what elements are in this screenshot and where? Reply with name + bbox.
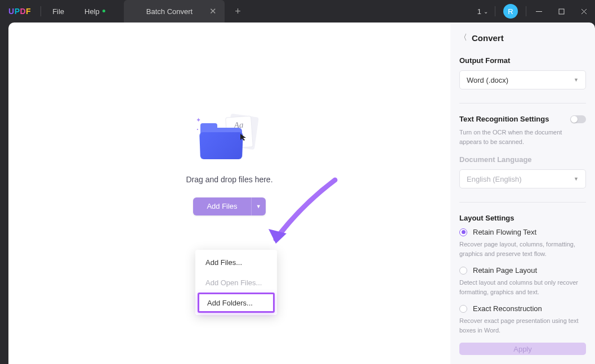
radio-page-label: Retain Page Layout — [473, 266, 537, 275]
radio-icon — [459, 267, 467, 275]
layout-settings-label: Layout Settings — [459, 214, 586, 222]
divider — [495, 6, 495, 16]
document-language-select: English (English) ▼ — [459, 169, 586, 188]
close-tab-icon[interactable]: ✕ — [209, 6, 217, 16]
divider — [459, 202, 586, 203]
output-format-label: Output Format — [459, 56, 586, 65]
document-language-value: English (English) — [467, 175, 522, 183]
side-panel-title: Convert — [472, 33, 504, 43]
menu-help-label: Help — [84, 7, 100, 16]
dropdown-add-files[interactable]: Add Files... — [198, 252, 275, 272]
add-files-split-button: Add Files ▼ — [193, 197, 265, 215]
window-maximize-button[interactable] — [550, 0, 572, 23]
chevron-down-icon: ▼ — [574, 176, 579, 182]
add-files-dropdown-toggle[interactable]: ▼ — [251, 197, 266, 215]
radio-exact-label: Exact Reconstruction — [473, 304, 542, 313]
output-format-value: Word (.docx) — [467, 76, 508, 84]
radio-exact-desc: Recover exact page presentation using te… — [459, 316, 586, 335]
ocr-hint: Turn on the OCR when the document appear… — [459, 128, 586, 146]
output-format-select[interactable]: Word (.docx) ▼ — [459, 70, 586, 89]
new-tab-button[interactable]: + — [225, 6, 251, 17]
convert-side-panel: 〈 Convert Output Format Word (.docx) ▼ T… — [450, 23, 595, 364]
folder-illustration: ✦ • Aa — [196, 115, 263, 166]
radio-exact[interactable]: Exact Reconstruction — [459, 304, 586, 313]
main-drop-area[interactable]: ✦ • Aa Drag and drop files here. Add Fil… — [8, 23, 450, 364]
radio-retain-flowing[interactable]: Retain Flowing Text — [459, 228, 586, 236]
back-chevron-icon[interactable]: 〈 — [459, 33, 467, 43]
radio-icon — [459, 228, 467, 236]
text-recognition-label: Text Recognition Settings — [459, 115, 549, 123]
window-minimize-button[interactable] — [527, 0, 550, 23]
maximize-icon — [558, 8, 565, 15]
radio-flowing-label: Retain Flowing Text — [473, 228, 536, 236]
dropdown-add-open-files: Add Open Files... — [198, 272, 275, 293]
dropzone-hint: Drag and drop files here. — [186, 175, 272, 184]
svg-rect-1 — [559, 9, 564, 14]
radio-flowing-desc: Recover page layout, columns, formatting… — [459, 240, 586, 258]
window-close-button[interactable] — [572, 0, 595, 23]
radio-icon — [459, 305, 467, 313]
svg-marker-4 — [269, 229, 287, 244]
document-language-label: Document Language — [459, 155, 586, 164]
toggle-knob — [571, 116, 578, 123]
apply-button[interactable]: Apply — [459, 343, 586, 355]
radio-page-desc: Detect layout and columns but only recov… — [459, 278, 586, 296]
chevron-down-icon: ⌄ — [484, 8, 488, 15]
minimize-icon — [536, 8, 542, 15]
tab-batch-convert[interactable]: Batch Convert ✕ — [124, 0, 225, 23]
page-num-value: 1 — [477, 7, 481, 16]
app-logo: UPDF — [0, 7, 39, 16]
add-files-button[interactable]: Add Files — [193, 197, 250, 215]
page-selector[interactable]: 1 ⌄ — [472, 7, 494, 16]
user-avatar[interactable]: R — [503, 4, 518, 19]
close-icon — [581, 8, 587, 15]
radio-retain-page[interactable]: Retain Page Layout — [459, 266, 586, 275]
chevron-down-icon: ▼ — [574, 77, 579, 83]
divider — [459, 103, 586, 104]
add-files-dropdown: Add Files... Add Open Files... Add Folde… — [195, 250, 277, 315]
dropdown-add-folders[interactable]: Add Folders... — [198, 293, 275, 313]
tab-title: Batch Convert — [146, 7, 193, 16]
notification-dot-icon — [102, 10, 105, 12]
annotation-arrow — [267, 177, 346, 256]
divider — [41, 6, 41, 16]
divider — [526, 6, 526, 16]
menu-file[interactable]: File — [42, 7, 74, 16]
ocr-toggle[interactable] — [570, 115, 586, 123]
menu-help[interactable]: Help — [74, 7, 110, 16]
